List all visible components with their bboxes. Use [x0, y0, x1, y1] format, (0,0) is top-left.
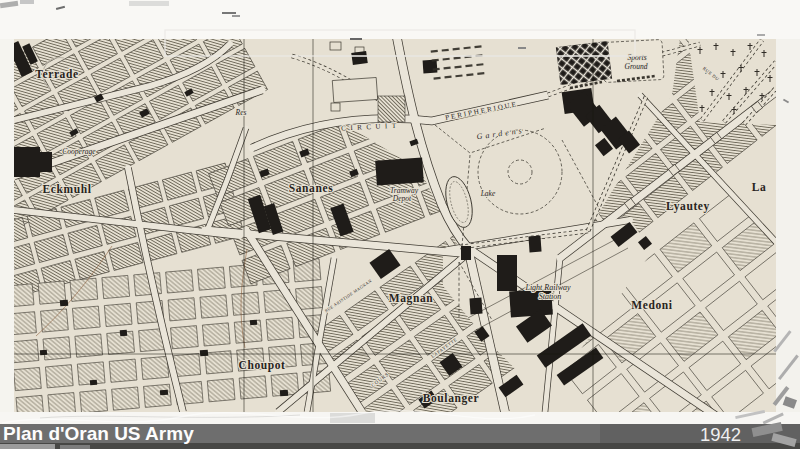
footer-title: Plan d'Oran US Army [3, 423, 194, 444]
map-image: TerradeEckmuhlSananesChoupotMagnanBoulan… [0, 0, 800, 449]
scan-margin-top [0, 0, 800, 39]
scanned-map-page: TerradeEckmuhlSananesChoupotMagnanBoulan… [0, 0, 800, 449]
scan-margin-left [0, 39, 14, 412]
footer-year: 1942 [700, 424, 741, 445]
map-body: TerradeEckmuhlSananesChoupotMagnanBoulan… [0, 0, 800, 449]
